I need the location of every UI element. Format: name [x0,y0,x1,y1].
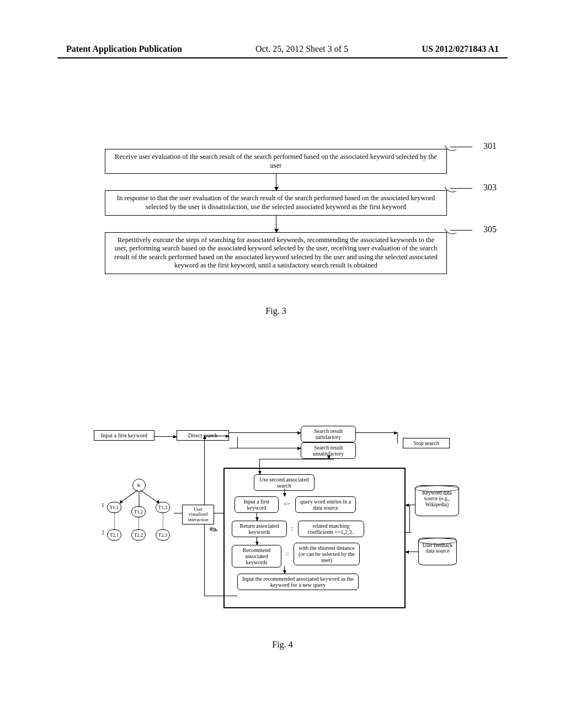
arrow-to-unsatisfactory [229,448,301,448]
leader-301 [450,147,472,147]
box-user-visualized: User visualized interaction [182,505,214,524]
box-related-matching: related matching coefficients ==1,2,3.. [298,521,364,537]
arrow-to-direct-search [154,436,177,437]
box-input-recommended: Input the recommended associated keyword… [237,574,359,590]
leader-303 [450,188,472,189]
cylinder-user-feedback: User feedback data source [418,538,457,565]
tree-node-t23: T2,3 [156,529,170,540]
box-query-entries: query word entries in a data source [295,496,356,513]
conn-direct-down [237,437,238,448]
step-label-301: 301 [483,141,497,151]
tree-edge-1 [120,490,138,503]
tree-dot-3 [163,513,163,529]
arrow-to-satisfactory [229,432,301,433]
arrow-q-down3 [284,566,285,574]
step-box-301: Receive user evaluation of the search re… [105,149,447,174]
colon-2: :: [286,550,289,556]
flow-arrow-1 [276,174,276,190]
figure-4-caption: Fig. 4 [0,640,565,650]
tree-node-t12: T1,2 [131,506,146,517]
step-box-305: Repetitively execute the steps of search… [105,232,447,275]
box-stop-search: Stop search [403,438,450,448]
tree-level-2: 2 [102,529,104,536]
box-return-associated: Return associated keywords [232,521,287,537]
box-result-satisfactory: Search result satisfactory [301,426,356,442]
arrow-stop-v [397,432,398,443]
header-left: Patent Application Publication [66,44,182,54]
header-rule [57,57,508,58]
arrow-use-down [284,489,285,496]
header-right: US 2012/0271843 A1 [422,44,499,54]
figure-3-caption: Fig. 3 [105,306,447,316]
arrow-q-down2 [257,537,257,545]
figure-3: 301 Receive user evaluation of the searc… [105,149,447,316]
tree-root-k: K [132,479,146,492]
header-center: Oct. 25, 2012 Sheet 3 of 5 [255,44,348,54]
step-box-303: In response to that the user evaluation … [105,190,447,215]
page-header: Patent Application Publication Oct. 25, … [0,44,565,54]
tree-node-t22: T2,2 [131,529,146,540]
flow-arrow-2 [276,216,276,232]
conn-ds-v [409,505,410,532]
box-input-first-keyword: Input a first keyword [94,430,154,441]
tree-edge-3 [140,490,158,503]
figure-4: Input a first keyword Direct search Sear… [94,425,469,634]
box-recommend: Recommend associated keywords [232,545,281,568]
step-label-305: 305 [483,224,497,234]
cylinder-keyword-datasource: Keyword data source (e.g., Wikipedia) [415,485,459,516]
pen-icon: ✎ [207,523,221,538]
tree-dot-2 [138,517,139,529]
conn-unsat-up [328,456,329,459]
conn-ds-feedback [406,552,418,552]
box-input-first-2: Input a first keyword [234,496,279,513]
tree-level-1: 1 [102,502,104,508]
loop-back-h-bottom [204,596,237,596]
arrow-to-stop [356,432,397,433]
conn-into-frame [259,459,260,474]
tree-node-t21: T2,1 [107,529,121,540]
arrow-implies-icon: => [284,501,290,507]
conn-viz-right [214,513,223,513]
tree-edge-2 [139,493,140,508]
conn-unsat-h [259,459,334,459]
colon-1: :: [290,525,294,531]
tree-dot-1 [114,513,115,529]
conn-viz-left [174,513,182,513]
conn-ds-keyword [406,505,415,505]
conn-ds-h2 [406,532,411,533]
box-shortest-distance: with the shortest distance (or can be se… [294,543,360,565]
loop-back-h-top [204,436,229,436]
arrow-q-down1 [257,513,257,521]
step-label-303: 303 [483,183,497,192]
leader-305 [450,230,472,231]
